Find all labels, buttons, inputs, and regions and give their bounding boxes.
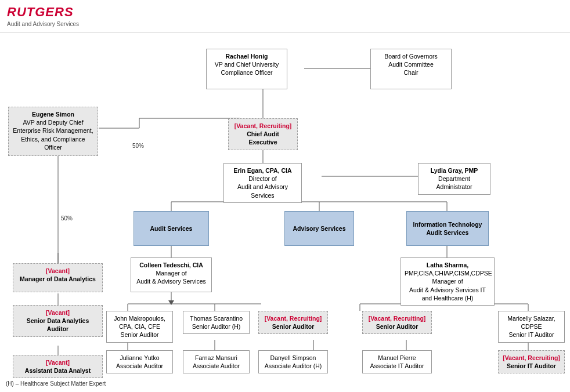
- rutgers-logo: RUTGERS: [7, 5, 79, 20]
- vacant-data-mgr-title: Manager of Data Analytics: [20, 275, 96, 282]
- john-box: John Makropoulos, CPA, CIA, CFE Senior A…: [106, 311, 173, 343]
- latha-t2: Audit & Advisory Services IT: [409, 286, 486, 293]
- vacant-senior-it-label: [Vacant, Recruiting]: [503, 354, 560, 361]
- vacant-data-mgr-label: [Vacant]: [46, 267, 70, 274]
- latha-box: Latha Sharma, PMP,CISA,CHIAP,CISM,CDPSE …: [401, 257, 495, 306]
- maricelly-box: Maricelly Salazar, CDPSE Senior IT Audit…: [498, 311, 565, 343]
- vacant-senior-it-box: [Vacant, Recruiting] Senior IT Auditor: [498, 350, 565, 373]
- vacant-senior-data-title: Senior Data Analytics Auditor: [27, 317, 89, 332]
- logo-subtitle: Audit and Advisory Services: [7, 21, 79, 27]
- vacant-asst-data-box: [Vacant] Assistant Data Analyst: [13, 355, 103, 378]
- audit-services-label: Audit Services: [150, 224, 193, 233]
- julianne-name: Julianne Yutko: [120, 354, 159, 361]
- eugene-t3: Ethics, and Compliance Officer: [21, 136, 85, 151]
- erin-t2: Audit and Advisory Services: [237, 183, 288, 198]
- latha-t0: PMP,CISA,CHIAP,CISM,CDPSE: [405, 270, 492, 277]
- danyell-box: Danyell Simpson Associate Auditor (H): [258, 350, 328, 373]
- vacant-senior-data-label: [Vacant]: [46, 309, 70, 316]
- thomas-box: Thomas Scarantino Senior Auditor (H): [183, 311, 250, 334]
- maricelly-name: Maricelly Salazar, CDPSE: [507, 315, 555, 330]
- thomas-t1: Senior Auditor (H): [192, 323, 240, 330]
- advisory-services-box: Advisory Services: [284, 211, 354, 246]
- cae-box: [Vacant, Recruiting] Chief Audit Executi…: [228, 118, 298, 150]
- board-line2: Audit Committee: [388, 61, 434, 68]
- danyell-t1: Associate Auditor (H): [265, 362, 322, 369]
- eugene-t2: Enterprise Risk Management,: [13, 127, 93, 134]
- julianne-t1: Associate Auditor: [116, 362, 163, 369]
- lydia-name: Lydia Gray, PMP: [431, 167, 478, 174]
- vacant-senior-data-box: [Vacant] Senior Data Analytics Auditor: [13, 305, 103, 337]
- rachael-box: Rachael Honig VP and Chief University Co…: [206, 49, 287, 89]
- header: RUTGERS Audit and Advisory Services: [0, 0, 570, 32]
- advisory-services-label: Advisory Services: [293, 224, 345, 233]
- vacant-senior2-title: Senior Auditor: [376, 323, 419, 330]
- maricelly-t1: Senior IT Auditor: [508, 331, 554, 338]
- rachael-title2: Compliance Officer: [221, 69, 272, 76]
- thomas-name: Thomas Scarantino: [190, 315, 243, 322]
- latha-t1: Manager of: [432, 278, 463, 285]
- vacant-senior-it-title: Senior IT Auditor: [507, 362, 556, 369]
- vacant-senior1-label: [Vacant, Recruiting]: [265, 315, 322, 322]
- lydia-t2: Administrator: [436, 183, 472, 190]
- cae-vacant: [Vacant, Recruiting]: [235, 122, 292, 129]
- it-audit-label: Information Technology Audit Services: [413, 220, 482, 237]
- manuel-box: Manuel Pierre Associate IT Auditor: [362, 350, 432, 373]
- svg-marker-31: [168, 300, 174, 305]
- vacant-senior2-box: [Vacant, Recruiting] Senior Auditor: [362, 311, 432, 334]
- colleen-name: Colleen Tedeschi, CIA: [139, 262, 203, 268]
- manuel-t1: Associate IT Auditor: [370, 362, 424, 369]
- farnaz-t1: Associate Auditor: [193, 362, 240, 369]
- vacant-data-mgr-box: [Vacant] Manager of Data Analytics: [13, 263, 103, 292]
- colleen-box: Colleen Tedeschi, CIA Manager of Audit &…: [131, 257, 212, 292]
- lydia-box: Lydia Gray, PMP Department Administrator: [418, 163, 490, 195]
- manuel-name: Manuel Pierre: [378, 354, 416, 361]
- vacant-senior1-title: Senior Auditor: [272, 323, 315, 330]
- it-audit-box: Information Technology Audit Services: [406, 211, 489, 246]
- eugene-name: Eugene Simon: [32, 111, 74, 118]
- cae-title: Chief Audit Executive: [247, 130, 279, 146]
- org-chart: Rachael Honig VP and Chief University Co…: [0, 32, 570, 392]
- erin-name: Erin Egan, CPA, CIA: [233, 167, 291, 174]
- vacant-senior1-box: [Vacant, Recruiting] Senior Auditor: [258, 311, 328, 334]
- logo-area: RUTGERS Audit and Advisory Services: [7, 5, 79, 27]
- vacant-asst-data-title: Assistant Data Analyst: [25, 367, 91, 374]
- eugene-t1: AVP and Deputy Chief: [23, 119, 83, 126]
- john-t2: Senior Auditor: [121, 331, 159, 338]
- vacant-senior2-label: [Vacant, Recruiting]: [369, 315, 426, 322]
- farnaz-box: Farnaz Mansuri Associate Auditor: [183, 350, 250, 373]
- rachael-title: VP and Chief University: [215, 61, 279, 68]
- erin-t1: Director of: [248, 175, 276, 182]
- eugene-box: Eugene Simon AVP and Deputy Chief Enterp…: [8, 107, 98, 156]
- latha-t3: and Healthcare (H): [422, 295, 474, 302]
- h-note: (H) – Healthcare Subject Matter Expert: [6, 380, 106, 387]
- colleen-t2: Audit & Advisory Services: [136, 278, 206, 285]
- audit-services-box: Audit Services: [134, 211, 209, 246]
- julianne-box: Julianne Yutko Associate Auditor: [106, 350, 173, 373]
- fifty-pct-label-2: 50%: [61, 215, 73, 222]
- erin-box: Erin Egan, CPA, CIA Director of Audit an…: [223, 163, 302, 203]
- john-name: John Makropoulos,: [114, 315, 165, 322]
- john-t1: CPA, CIA, CFE: [119, 323, 160, 330]
- colleen-t1: Manager of: [156, 270, 186, 277]
- danyell-name: Danyell Simpson: [270, 354, 316, 361]
- board-box: Board of Governors Audit Committee Chair: [370, 49, 452, 89]
- rachael-name: Rachael Honig: [226, 53, 268, 60]
- board-line3: Chair: [403, 69, 418, 76]
- lydia-t1: Department: [438, 175, 470, 182]
- board-line1: Board of Governors: [384, 53, 438, 60]
- farnaz-name: Farnaz Mansuri: [195, 354, 237, 361]
- vacant-asst-data-label: [Vacant]: [46, 359, 70, 366]
- fifty-pct-label-1: 50%: [132, 143, 144, 149]
- latha-name: Latha Sharma,: [427, 262, 468, 268]
